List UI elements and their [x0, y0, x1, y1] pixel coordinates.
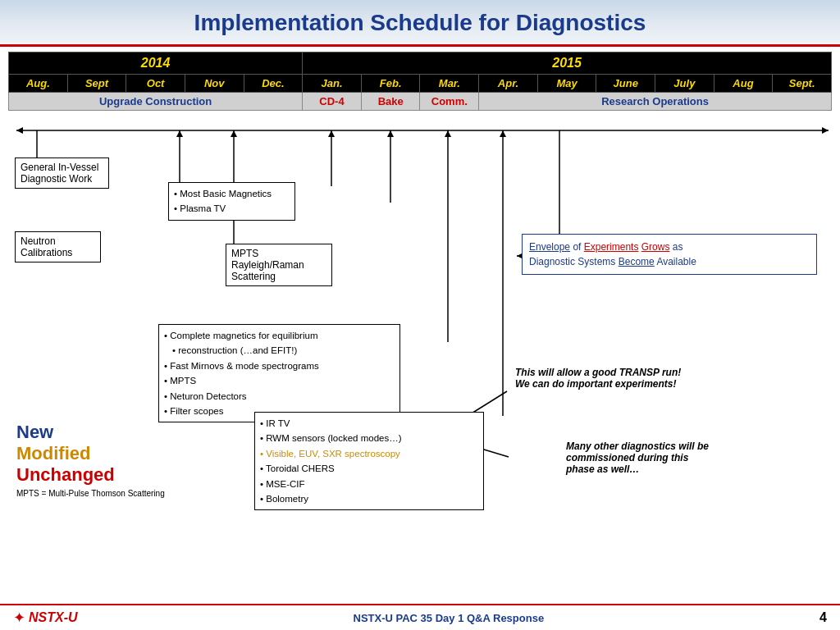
year-2014: 2014: [9, 52, 303, 75]
month-sept2: Sept.: [773, 75, 832, 93]
phase-upgrade: Upgrade Construction: [9, 93, 303, 111]
content-area: 2014 2015 Aug. Sept Oct Nov Dec. Jan. Fe…: [0, 47, 840, 604]
envelope-word-as: as: [673, 241, 683, 253]
envelope-word-available: Available: [656, 256, 696, 267]
magnetics-list: Most Basic Magnetics Plasma TV: [174, 186, 290, 217]
magnetics-item-2: Plasma TV: [174, 201, 290, 216]
svg-marker-8: [231, 130, 237, 137]
ir-item-3: Visible, EUV, SXR spectroscopy: [260, 446, 478, 461]
month-may: May: [537, 75, 596, 93]
footer-star-icon: ✦: [13, 609, 25, 627]
legend-unchanged: Unchanged: [16, 464, 165, 486]
complete-list: Complete magnetics for equilibrium recon…: [164, 328, 395, 418]
many-other-text: Many other diagnostics will becommission…: [566, 441, 812, 475]
ir-list: IR TV RWM sensors (locked modes…) Visibl…: [260, 416, 478, 506]
footer-page-number: 4: [819, 610, 827, 625]
month-feb: Feb.: [361, 75, 420, 93]
ir-item-6: Bolometry: [260, 491, 478, 506]
neutron-text: NeutronCalibrations: [21, 235, 72, 258]
phase-research: Research Operations: [479, 93, 832, 111]
month-aug2: Aug: [714, 75, 773, 93]
ir-item-4: Toroidal CHERS: [260, 461, 478, 476]
transp-text: This will allow a good TRANSP run!We can…: [515, 367, 790, 390]
footer: ✦ NSTX-U NSTX-U PAC 35 Day 1 Q&A Respons…: [0, 604, 840, 630]
ir-item-5: MSE-CIF: [260, 477, 478, 491]
envelope-word-grows: Grows: [641, 241, 670, 253]
footer-logo: ✦ NSTX-U: [13, 609, 78, 627]
complete-item-3: MPTS: [164, 373, 395, 388]
month-apr: Apr.: [479, 75, 538, 93]
legend-modified: Modified: [16, 443, 165, 464]
schedule-table: 2014 2015 Aug. Sept Oct Nov Dec. Jan. Fe…: [8, 52, 832, 111]
envelope-word-experiments: Experiments: [584, 241, 639, 253]
phase-row: Upgrade Construction CD-4 Bake Comm. Res…: [9, 93, 832, 111]
general-vessel-text: General In-VesselDiagnostic Work: [21, 162, 98, 185]
envelope-word-diagnostic: Diagnostic Systems: [529, 256, 619, 267]
many-other-note: Many other diagnostics will becommission…: [566, 441, 812, 475]
month-aug: Aug.: [9, 75, 68, 93]
phase-bake: Bake: [361, 93, 420, 111]
svg-marker-2: [822, 127, 829, 134]
magnetics-box: Most Basic Magnetics Plasma TV: [168, 182, 295, 221]
month-sept: Sept: [67, 75, 126, 93]
footer-logo-text: NSTX-U: [29, 610, 78, 625]
slide-header: Implementation Schedule for Diagnostics: [0, 0, 840, 47]
envelope-word-become: Become: [619, 256, 655, 267]
complete-list-box: Complete magnetics for equilibrium recon…: [158, 324, 400, 422]
legend-new: New: [16, 422, 165, 443]
svg-marker-12: [328, 130, 335, 137]
month-row: Aug. Sept Oct Nov Dec. Jan. Feb. Mar. Ap…: [9, 75, 832, 93]
svg-marker-14: [387, 130, 394, 137]
complete-item-2: Fast Mirnovs & mode spectrograms: [164, 358, 395, 373]
month-jan: Jan.: [303, 75, 362, 93]
svg-marker-1: [16, 127, 23, 134]
month-oct: Oct: [126, 75, 185, 93]
legend: New Modified Unchanged MPTS = Multi-Puls…: [16, 422, 165, 498]
slide-title: Implementation Schedule for Diagnostics: [16, 10, 824, 36]
mpts-text: MPTSRayleigh/RamanScattering: [231, 248, 304, 282]
complete-item-1: Complete magnetics for equilibrium: [164, 328, 395, 343]
complete-item-4: Neturon Detectors: [164, 389, 395, 404]
transp-note: This will allow a good TRANSP run!We can…: [515, 367, 790, 390]
envelope-box: Envelope of Experiments Grows as Diagnos…: [522, 234, 817, 275]
month-mar: Mar.: [420, 75, 479, 93]
year-row: 2014 2015: [9, 52, 832, 75]
year-2015: 2015: [303, 52, 832, 75]
ir-item-1: IR TV: [260, 416, 478, 431]
footer-center-text: NSTX-U PAC 35 Day 1 Q&A Response: [354, 612, 545, 624]
phase-cd4: CD-4: [303, 93, 362, 111]
ir-item-2: RWM sensors (locked modes…): [260, 431, 478, 445]
mpts-box: MPTSRayleigh/RamanScattering: [226, 244, 332, 286]
envelope-word-of: of: [573, 241, 583, 253]
general-vessel-box: General In-VesselDiagnostic Work: [15, 158, 109, 189]
magnetics-item-1: Most Basic Magnetics: [174, 186, 290, 201]
svg-marker-16: [445, 130, 451, 137]
ir-list-box: IR TV RWM sensors (locked modes…) Visibl…: [254, 412, 484, 510]
phase-comm: Comm.: [420, 93, 479, 111]
legend-mpts: MPTS = Multi-Pulse Thomson Scattering: [16, 489, 165, 498]
envelope-word-envelope: Envelope: [529, 241, 570, 253]
month-nov: Nov: [185, 75, 244, 93]
envelope-text: Envelope of Experiments Grows as Diagnos…: [529, 240, 810, 269]
svg-marker-18: [500, 130, 506, 137]
month-june: June: [596, 75, 655, 93]
month-dec: Dec.: [244, 75, 303, 93]
complete-item-1b: reconstruction (…and EFIT!): [164, 343, 395, 358]
diagram-area: General In-VesselDiagnostic Work Neutron…: [8, 112, 832, 523]
svg-marker-6: [176, 130, 183, 137]
slide: Implementation Schedule for Diagnostics …: [0, 0, 840, 630]
neutron-box: NeutronCalibrations: [15, 231, 101, 262]
month-july: July: [655, 75, 714, 93]
